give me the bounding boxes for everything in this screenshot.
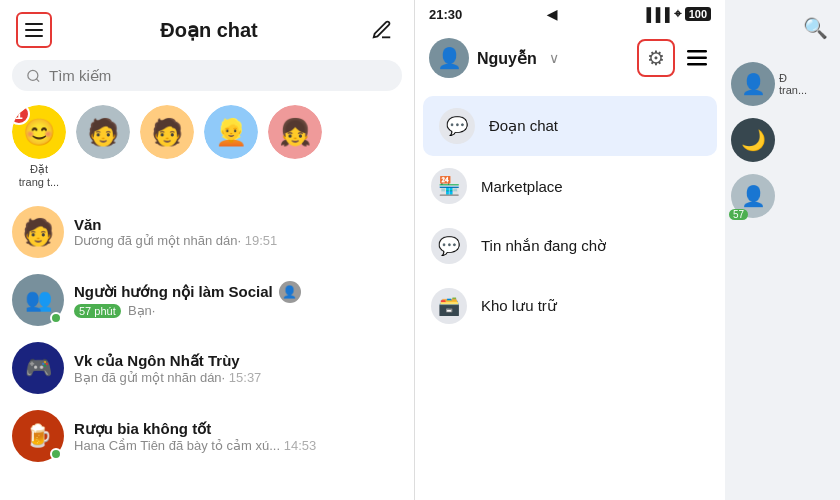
svg-point-0 xyxy=(28,70,38,80)
chat-item-ruou[interactable]: 🍺 Rượu bia không tốt Hana Cầm Tiên đã bà… xyxy=(0,402,414,470)
chat-name-vk: Vk của Ngôn Nhất Trùy xyxy=(74,352,402,370)
menu-item-kho[interactable]: 🗃️ Kho lưu trữ xyxy=(415,276,725,336)
menu-item-marketplace[interactable]: 🏪 Marketplace xyxy=(415,156,725,216)
story-label-smiley: Đặttrang t... xyxy=(19,163,59,188)
partial-avatar-1: 👤 xyxy=(731,62,775,106)
story-avatar-woman2: 👧 xyxy=(268,105,322,159)
time-badge-nguoi: 57 phút xyxy=(74,304,121,318)
chat-list: 🧑 Văn Dương đã gửi một nhãn dán· 19:51 👥… xyxy=(0,198,414,500)
marketplace-icon: 🏪 xyxy=(431,168,467,204)
tin-nhan-icon: 💬 xyxy=(431,228,467,264)
chat-info-van: Văn Dương đã gửi một nhãn dán· 19:51 xyxy=(74,216,402,248)
story-item[interactable]: 👧 xyxy=(268,105,322,188)
menu-overlay: 21:30 ◀ ▐▐▐ ⌖ 100 👤 Nguyễn ∨ ⚙ xyxy=(415,0,725,500)
battery-icon: 100 xyxy=(685,7,711,21)
chat-name-nguoi: Người hướng nội làm Social xyxy=(74,283,273,301)
svg-rect-2 xyxy=(687,50,707,53)
chat-preview-vk: Bạn đã gửi một nhãn dán· 15:37 xyxy=(74,370,402,385)
chat-avatar-vk: 🎮 xyxy=(12,342,64,394)
chat-info-ruou: Rượu bia không tốt Hana Cầm Tiên đã bày … xyxy=(74,420,402,453)
time-display: 21:30 xyxy=(429,7,462,22)
story-item[interactable]: 🧑 xyxy=(76,105,130,188)
menu-line-2 xyxy=(25,29,43,31)
wifi-icon: ⌖ xyxy=(674,6,681,22)
partial-chat-item-3[interactable]: 👤 57 xyxy=(727,168,838,224)
chat-name-van: Văn xyxy=(74,216,402,233)
story-avatar-smiley: 😊 1 xyxy=(12,105,66,159)
status-icons: ▐▐▐ ⌖ 100 xyxy=(642,6,711,22)
story-item[interactable]: 🧑 xyxy=(140,105,194,188)
partial-chat-item-1[interactable]: 👤 Đtran... xyxy=(727,56,838,112)
chat-item-van[interactable]: 🧑 Văn Dương đã gửi một nhãn dán· 19:51 xyxy=(0,198,414,266)
menu-item-label-marketplace: Marketplace xyxy=(481,178,563,195)
online-dot xyxy=(50,312,62,324)
user-avatar: 👤 xyxy=(429,38,469,78)
menu-item-label-tin-nhan: Tin nhắn đang chờ xyxy=(481,237,606,255)
search-icon xyxy=(26,68,41,84)
chat-item-vk[interactable]: 🎮 Vk của Ngôn Nhất Trùy Bạn đã gửi một n… xyxy=(0,334,414,402)
hamburger-right-button[interactable] xyxy=(683,44,711,72)
menu-line-3 xyxy=(25,35,43,37)
menu-header: 👤 Nguyễn ∨ ⚙ xyxy=(415,26,725,88)
story-avatar-woman1: 👱 xyxy=(204,105,258,159)
partial-chat-list: 👤 Đtran... 🌙 👤 57 xyxy=(725,52,840,228)
partial-time-badge: 57 xyxy=(729,209,748,220)
partial-right-panel: 🔍 👤 Đtran... 🌙 👤 57 xyxy=(725,0,840,500)
menu-item-label-doan-chat: Đoạn chat xyxy=(489,117,558,135)
menu-item-doan-chat[interactable]: 💬 Đoạn chat xyxy=(423,96,717,156)
menu-line-1 xyxy=(25,23,43,25)
chat-name-ruou: Rượu bia không tốt xyxy=(74,420,402,438)
user-name: Nguyễn xyxy=(477,49,537,68)
chat-avatar-ruou: 🍺 xyxy=(12,410,64,462)
svg-rect-4 xyxy=(687,63,707,66)
chat-preview-nguoi: 57 phút Bạn· xyxy=(74,303,402,320)
signal-icon: ▐▐▐ xyxy=(642,7,670,22)
chat-item-nguoi[interactable]: 👥 Người hướng nội làm Social 👤 57 phút B… xyxy=(0,266,414,334)
partial-avatar-2: 🌙 xyxy=(731,118,775,162)
svg-line-1 xyxy=(36,78,39,81)
menu-button[interactable] xyxy=(16,12,52,48)
search-bar[interactable] xyxy=(12,60,402,91)
search-icon-right[interactable]: 🔍 xyxy=(799,12,832,44)
story-item[interactable]: 😊 1 Đặttrang t... xyxy=(12,105,66,188)
menu-item-label-kho: Kho lưu trữ xyxy=(481,297,557,315)
compose-button[interactable] xyxy=(366,14,398,46)
left-panel: Đoạn chat 😊 1 Đặttrang t... 🧑 xyxy=(0,0,415,500)
partial-chat-item-2[interactable]: 🌙 xyxy=(727,112,838,168)
left-header: Đoạn chat xyxy=(0,0,414,56)
settings-button[interactable]: ⚙ xyxy=(637,39,675,77)
location-icon: ◀ xyxy=(547,7,557,22)
menu-item-tin-nhan[interactable]: 💬 Tin nhắn đang chờ xyxy=(415,216,725,276)
partial-right-header: 🔍 xyxy=(725,0,840,52)
right-panel: 21:30 ◀ ▐▐▐ ⌖ 100 👤 Nguyễn ∨ ⚙ xyxy=(415,0,840,500)
story-avatar-man1: 🧑 xyxy=(76,105,130,159)
story-item[interactable]: 👱 xyxy=(204,105,258,188)
status-bar: 21:30 ◀ ▐▐▐ ⌖ 100 xyxy=(415,0,725,26)
doan-chat-icon: 💬 xyxy=(439,108,475,144)
page-title: Đoạn chat xyxy=(160,18,258,42)
chat-preview-van: Dương đã gửi một nhãn dán· 19:51 xyxy=(74,233,402,248)
online-dot-ruou xyxy=(50,448,62,460)
story-avatar-man2: 🧑 xyxy=(140,105,194,159)
chat-info-nguoi: Người hướng nội làm Social 👤 57 phút Bạn… xyxy=(74,281,402,320)
stories-row: 😊 1 Đặttrang t... 🧑 🧑 👱 👧 xyxy=(0,99,414,198)
chat-info-vk: Vk của Ngôn Nhất Trùy Bạn đã gửi một nhã… xyxy=(74,352,402,385)
partial-text-1: Đtran... xyxy=(779,72,807,96)
menu-items: 💬 Đoạn chat 🏪 Marketplace 💬 Tin nhắn đan… xyxy=(415,88,725,344)
chat-avatar-nguoi: 👥 xyxy=(12,274,64,326)
search-input[interactable] xyxy=(49,67,388,84)
chat-preview-ruou: Hana Cầm Tiên đã bày tỏ cảm xú... 14:53 xyxy=(74,438,402,453)
kho-icon: 🗃️ xyxy=(431,288,467,324)
chevron-down-icon[interactable]: ∨ xyxy=(549,50,559,66)
chat-avatar-van: 🧑 xyxy=(12,206,64,258)
svg-rect-3 xyxy=(687,57,707,60)
user-row: 👤 Nguyễn ∨ xyxy=(429,38,559,78)
